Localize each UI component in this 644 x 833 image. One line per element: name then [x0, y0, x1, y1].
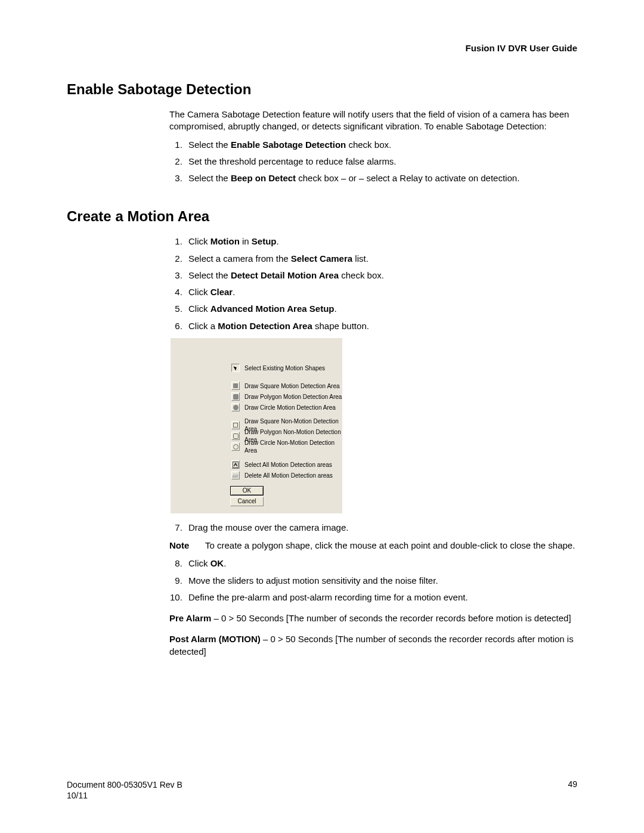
step: Drag the mouse over the camera image.	[185, 522, 577, 534]
ok-button[interactable]: OK	[230, 486, 264, 496]
step: Click Advanced Motion Area Setup.	[185, 303, 577, 315]
note-text: To create a polygon shape, click the mou…	[205, 540, 577, 552]
main-content: Enable Sabotage Detection The Camera Sab…	[67, 81, 577, 658]
dlg-select-existing[interactable]: Select Existing Motion Shapes	[231, 363, 325, 373]
footer-date: 10/11	[67, 790, 182, 801]
page-footer: Document 800-05305V1 Rev B 10/11 49	[67, 779, 577, 801]
section1-intro: The Camera Sabotage Detection feature wi…	[169, 109, 577, 133]
section2-body: Click Motion in Setup. Select a camera f…	[169, 236, 577, 658]
step: Set the threshold percentage to reduce f…	[185, 156, 577, 168]
note: Note To create a polygon shape, click th…	[169, 540, 577, 552]
header-guide-title: Fusion IV DVR User Guide	[465, 43, 577, 53]
dlg-square-motion[interactable]: Draw Square Motion Detection Area	[231, 381, 342, 391]
step: Move the sliders to adjust motion sensit…	[185, 575, 577, 587]
polygon-filled-icon	[231, 392, 240, 401]
step: Select a camera from the Select Camera l…	[185, 253, 577, 265]
heading-sabotage: Enable Sabotage Detection	[67, 81, 577, 98]
section2-steps-a: Click Motion in Setup. Select a camera f…	[169, 236, 577, 332]
step: Define the pre-alarm and post-alarm reco…	[185, 592, 577, 603]
motion-area-dialog: Select Existing Motion Shapes Draw Squar…	[171, 338, 342, 513]
step: Select the Detect Detail Motion Area che…	[185, 270, 577, 281]
step: Click OK.	[185, 558, 577, 569]
dlg-select-all[interactable]: A Select All Motion Detection areas	[231, 460, 333, 470]
footer-doc: Document 800-05305V1 Rev B	[67, 779, 182, 790]
page-number: 49	[568, 779, 577, 801]
page: Fusion IV DVR User Guide Enable Sabotage…	[0, 0, 644, 833]
section2-steps-c: Click OK. Move the sliders to adjust mot…	[169, 558, 577, 603]
dlg-circle-motion[interactable]: Draw Circle Motion Detection Area	[231, 402, 342, 413]
circle-outline-icon	[231, 442, 240, 451]
section1-steps: Select the Enable Sabotage Detection che…	[169, 139, 577, 185]
select-all-icon: A	[231, 460, 240, 469]
post-alarm-def: Post Alarm (MOTION) – 0 > 50 Seconds [Th…	[169, 633, 577, 658]
circle-filled-icon	[231, 403, 240, 411]
cursor-icon	[231, 364, 240, 372]
square-outline-icon	[231, 421, 240, 429]
dlg-circle-nonmotion[interactable]: Draw Circle Non-Motion Detection Area	[231, 442, 342, 452]
square-filled-icon	[231, 382, 240, 390]
footer-left: Document 800-05305V1 Rev B 10/11	[67, 779, 182, 801]
step: Select the Beep on Detect check box – or…	[185, 172, 577, 184]
section1-body: The Camera Sabotage Detection feature wi…	[169, 109, 577, 184]
step: Click Motion in Setup.	[185, 236, 577, 247]
eraser-icon	[231, 471, 240, 479]
section2-steps-b: Drag the mouse over the camera image.	[169, 522, 577, 534]
dlg-polygon-motion[interactable]: Draw Polygon Motion Detection Area	[231, 392, 342, 402]
note-label: Note	[169, 540, 205, 552]
pre-alarm-def: Pre Alarm – 0 > 50 Seconds [The number o…	[169, 612, 577, 624]
step: Click Clear.	[185, 286, 577, 298]
polygon-outline-icon	[231, 432, 240, 440]
dlg-delete-all[interactable]: Delete All Motion Detection areas	[231, 470, 333, 481]
step: Click a Motion Detection Area shape butt…	[185, 320, 577, 332]
cancel-button[interactable]: Cancel	[230, 497, 264, 506]
step: Select the Enable Sabotage Detection che…	[185, 139, 577, 151]
heading-motion: Create a Motion Area	[67, 208, 577, 225]
